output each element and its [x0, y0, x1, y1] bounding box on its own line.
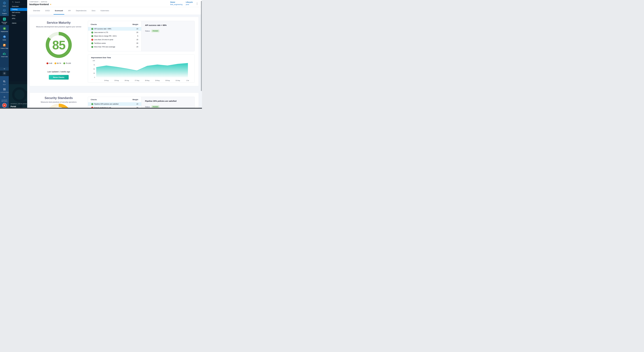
- rail-item-label: Developer Portal: [0, 21, 8, 24]
- rail-more-chevron[interactable]: [0, 67, 9, 70]
- rail-item-cloud-costs[interactable]: $Cloud Costs: [0, 50, 9, 58]
- check-pass-icon: ✓: [91, 46, 93, 48]
- module-picker-button[interactable]: [3, 72, 6, 75]
- rail-item-label: ACCOUNT SETTINGS: [0, 99, 8, 102]
- rail-item-feature-flags[interactable]: Feature Flags: [0, 42, 9, 50]
- builds-icon: [3, 35, 6, 39]
- rail-item-deployments[interactable]: ∞Deployments: [0, 25, 9, 33]
- cube-icon: [3, 9, 6, 12]
- check-weight: 20: [134, 31, 138, 33]
- gauge-score: 85: [52, 38, 65, 52]
- check-row[interactable]: ✓More than 70% test coverage20: [88, 45, 141, 49]
- check-label: Less than 1% error in prod: [94, 39, 134, 40]
- x-tick-label: 25 Aug: [114, 80, 119, 81]
- legend-dot-icon: [63, 62, 65, 64]
- tab-dependencies[interactable]: Dependencies: [74, 7, 88, 14]
- feature-flags-icon: [3, 43, 6, 47]
- checks-panel: ChecksWeight✓API success rate > 99%10✓Ja…: [88, 21, 194, 51]
- owner-label: Owner: [170, 1, 182, 3]
- check-detail-title: API success rate > 99%: [145, 24, 192, 26]
- tab-scorecard[interactable]: Scorecard: [54, 7, 64, 14]
- help-icon: ?: [3, 80, 6, 83]
- kebab-menu-icon[interactable]: [196, 2, 198, 6]
- owner-block: Owner field_engineering: [170, 1, 182, 5]
- rail-item-projects[interactable]: Projects: [0, 7, 9, 15]
- rail-active-module: Developer Portal: [0, 16, 9, 25]
- rail-item-account-settings[interactable]: ⚙ACCOUNT SETTINGS: [0, 94, 9, 103]
- service-maturity-card: Service Maturity Measures development be…: [29, 17, 199, 86]
- maturity-gauge: 85: [45, 31, 72, 58]
- tab-api[interactable]: API: [67, 7, 72, 14]
- divider: [10, 21, 26, 21]
- scrollbar-thumb[interactable]: [201, 1, 202, 91]
- rail-item-developer-portal[interactable]: Developer Portal: [0, 16, 9, 25]
- check-detail-title: Pipeline OPA policies are satisfied: [145, 100, 192, 102]
- scorecard-subtitle: Measures best practices of security oper…: [41, 101, 76, 103]
- sidebar-item-docs[interactable]: Docs: [10, 14, 27, 17]
- x-tick-label: 28 Aug: [145, 80, 149, 81]
- dashboards-icon: [3, 87, 6, 91]
- avatar[interactable]: HM: [2, 103, 6, 107]
- sidebar-item-self-service[interactable]: Self service: [10, 11, 27, 14]
- sidebar-item-catalog[interactable]: Catalog: [10, 8, 27, 11]
- module-rail: HomeProjects Developer Portal ∞Deploymen…: [0, 0, 9, 109]
- rail-item-builds[interactable]: Builds: [0, 33, 9, 42]
- tab-docs[interactable]: Docs: [90, 7, 97, 14]
- y-tick-label: 100: [92, 60, 95, 61]
- svg-text:$: $: [4, 53, 5, 55]
- check-row[interactable]: ✓Mean time to merge PR < 48 hr5: [88, 34, 141, 38]
- apps-grid-icon: [4, 72, 5, 74]
- tab-bar: OverviewCI/CDScorecardAPIDependenciesDoc…: [27, 7, 202, 15]
- check-weight: 15: [134, 39, 138, 40]
- check-row[interactable]: ✓Pipeline OPA policies are satisfied10: [88, 102, 141, 106]
- maturity-summary: Service Maturity Measures development be…: [30, 17, 88, 86]
- tab-overview[interactable]: Overview: [32, 7, 41, 14]
- rail-grid-section: [0, 70, 9, 76]
- check-weight: 20: [134, 46, 138, 48]
- rail-item-help[interactable]: ?HELP: [0, 79, 9, 86]
- check-detail-panel: API success rate > 99% Status: PASSED: [141, 21, 194, 51]
- rerun-checks-button[interactable]: Rerun Checks: [49, 75, 69, 79]
- scorecard-title: Service Maturity: [47, 21, 70, 24]
- x-tick-label: 1 Sep: [186, 80, 189, 81]
- check-row[interactable]: ✓TechDocs exists30: [88, 41, 141, 45]
- window-bottom-edge: [0, 108, 202, 109]
- check-pass-icon: ✓: [91, 103, 93, 105]
- sidebar-item-overview[interactable]: Overview: [10, 5, 27, 8]
- rail-item-dashboards[interactable]: DASHBOARDS: [0, 86, 9, 94]
- lifecycle-link[interactable]: prod: [186, 3, 193, 5]
- maturity-details: ChecksWeight✓API success rate > 99%10✓Ja…: [88, 17, 198, 86]
- search-input[interactable]: Search: [9, 0, 27, 4]
- check-row[interactable]: ✓API success rate > 99%10: [88, 27, 141, 31]
- favorite-star-icon[interactable]: ★: [50, 3, 52, 5]
- sidebar-item-admin[interactable]: Admin: [10, 22, 27, 25]
- circuit-decoration: [12, 87, 27, 102]
- owner-link[interactable]: field_engineering: [170, 3, 182, 5]
- checks-column-header: Checks: [91, 23, 97, 25]
- divider: [10, 4, 26, 4]
- checks-table: ChecksWeight✓API success rate > 99%10✓Ja…: [88, 21, 141, 51]
- sidebar-nav: OverviewCatalogSelf serviceDocsAPIsAdmin: [9, 5, 27, 25]
- legend-item: 0-49: [46, 62, 52, 64]
- lifecycle-label: Lifecycle: [186, 1, 193, 3]
- check-pass-icon: ✓: [91, 31, 93, 33]
- lifecycle-block: Lifecycle prod: [186, 1, 193, 5]
- legend-item: 75-100: [63, 62, 71, 64]
- weight-column-header: Weight: [132, 23, 138, 25]
- check-row[interactable]: ✓Java version is LTS20: [88, 31, 141, 34]
- area-series: [96, 63, 188, 77]
- check-fail-icon: ✕: [91, 39, 93, 41]
- cloud-costs-icon: $: [2, 52, 6, 55]
- rail-divider: [0, 15, 9, 16]
- rail-modules-group: ∞DeploymentsBuildsFeature Flags$Cloud Co…: [0, 25, 9, 67]
- improvement-chart: 100755025024 Aug25 Aug26 Aug27 Aug28 Aug…: [91, 59, 189, 82]
- sidebar-item-apis[interactable]: APIs: [10, 17, 27, 20]
- check-row[interactable]: ✕Less than 1% error in prod15: [88, 38, 141, 41]
- check-weight: 30: [134, 42, 138, 44]
- rail-item-home[interactable]: Home: [0, 0, 9, 7]
- tab-cicd[interactable]: CI/CD: [44, 7, 51, 14]
- tab-kubernetes[interactable]: Kubernetes: [99, 7, 110, 14]
- app-root: HomeProjects Developer Portal ∞Deploymen…: [0, 0, 202, 109]
- check-detail-panel: Pipeline OPA policies are satisfied Stat…: [141, 97, 194, 109]
- rail-item-label: Projects: [2, 13, 6, 14]
